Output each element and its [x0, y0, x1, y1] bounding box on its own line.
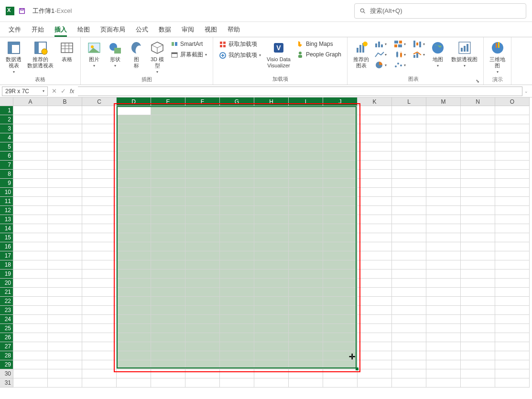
cell[interactable] — [461, 142, 495, 151]
cell[interactable] — [151, 106, 185, 115]
row-header-24[interactable]: 24 — [0, 315, 13, 324]
cell[interactable] — [495, 106, 530, 115]
get-addins-button[interactable]: 获取加载项 — [217, 39, 263, 49]
cell[interactable] — [495, 242, 530, 251]
cell[interactable] — [392, 161, 426, 170]
cell[interactable] — [254, 142, 289, 151]
cell[interactable] — [151, 351, 185, 360]
map-button[interactable]: 地图▾ — [428, 39, 447, 69]
cell[interactable] — [289, 170, 323, 179]
cell[interactable] — [117, 306, 151, 315]
cell[interactable] — [392, 115, 426, 124]
cell[interactable] — [82, 197, 117, 206]
cell[interactable] — [392, 315, 426, 324]
cell[interactable] — [254, 288, 289, 297]
cell[interactable] — [117, 233, 151, 242]
cell[interactable] — [495, 342, 530, 351]
row-header-1[interactable]: 1 — [0, 106, 13, 115]
cell[interactable] — [323, 197, 358, 206]
cell[interactable] — [151, 233, 185, 242]
cell[interactable] — [13, 179, 48, 188]
cell[interactable] — [495, 224, 530, 233]
cell[interactable] — [185, 115, 220, 124]
cell[interactable] — [392, 288, 426, 297]
cell[interactable] — [220, 270, 254, 279]
cell[interactable] — [495, 251, 530, 260]
cell[interactable] — [48, 260, 82, 270]
cell[interactable] — [220, 297, 254, 306]
cell[interactable] — [426, 279, 461, 288]
cell[interactable] — [495, 188, 530, 197]
row-header-5[interactable]: 5 — [0, 142, 13, 151]
cell[interactable] — [117, 142, 151, 151]
tab-file[interactable]: 文件 — [9, 25, 21, 37]
cell[interactable] — [392, 233, 426, 242]
cell[interactable] — [117, 351, 151, 360]
cell[interactable] — [185, 133, 220, 142]
cell[interactable] — [426, 351, 461, 360]
cell[interactable] — [358, 369, 392, 378]
cell[interactable] — [289, 142, 323, 151]
cell[interactable] — [48, 333, 82, 342]
cell[interactable] — [82, 360, 117, 369]
cell[interactable] — [185, 360, 220, 369]
cell[interactable] — [48, 106, 82, 115]
cell[interactable] — [117, 179, 151, 188]
cell[interactable] — [323, 306, 358, 315]
cell[interactable] — [495, 142, 530, 151]
cell[interactable] — [151, 288, 185, 297]
cell[interactable] — [289, 333, 323, 342]
cell[interactable] — [323, 215, 358, 224]
cell[interactable] — [426, 242, 461, 251]
cell[interactable] — [48, 306, 82, 315]
cell[interactable] — [13, 260, 48, 270]
cell[interactable] — [117, 297, 151, 306]
cell[interactable] — [48, 242, 82, 251]
cell[interactable] — [117, 115, 151, 124]
cell[interactable] — [254, 224, 289, 233]
cell[interactable] — [323, 242, 358, 251]
cell[interactable] — [358, 279, 392, 288]
cell[interactable] — [48, 251, 82, 260]
cell[interactable] — [185, 215, 220, 224]
cell[interactable] — [392, 206, 426, 215]
cell[interactable] — [289, 151, 323, 161]
pivot-table-button[interactable]: 数据透 视表▾ — [4, 39, 23, 75]
cell[interactable] — [426, 260, 461, 270]
cell[interactable] — [48, 115, 82, 124]
cell[interactable] — [117, 333, 151, 342]
cell[interactable] — [358, 297, 392, 306]
cell[interactable] — [48, 161, 82, 170]
cell[interactable] — [358, 333, 392, 342]
cell[interactable] — [358, 151, 392, 161]
cell[interactable] — [254, 161, 289, 170]
cell[interactable] — [185, 351, 220, 360]
cell[interactable] — [358, 306, 392, 315]
cell[interactable] — [13, 206, 48, 215]
cell[interactable] — [13, 242, 48, 251]
cell[interactable] — [392, 342, 426, 351]
waterfall-chart-button[interactable]: ▾ — [411, 39, 426, 49]
cell[interactable] — [461, 161, 495, 170]
cell[interactable] — [289, 179, 323, 188]
cell[interactable] — [117, 324, 151, 333]
cell[interactable] — [323, 106, 358, 115]
cell[interactable] — [82, 315, 117, 324]
cell[interactable] — [392, 306, 426, 315]
cell[interactable] — [13, 369, 48, 378]
visio-button[interactable]: VVisio Data Visualizer — [265, 39, 293, 70]
cell[interactable] — [82, 260, 117, 270]
col-header-N[interactable]: N — [461, 97, 495, 106]
cell[interactable] — [323, 360, 358, 369]
cell[interactable] — [289, 297, 323, 306]
cancel-icon[interactable]: ✕ — [52, 87, 57, 95]
cell[interactable] — [426, 115, 461, 124]
cell[interactable] — [82, 233, 117, 242]
cell[interactable] — [289, 260, 323, 270]
cell[interactable] — [48, 215, 82, 224]
cell[interactable] — [185, 151, 220, 161]
cell[interactable] — [151, 369, 185, 378]
cell[interactable] — [220, 161, 254, 170]
cell[interactable] — [185, 206, 220, 215]
row-header-19[interactable]: 19 — [0, 270, 13, 279]
